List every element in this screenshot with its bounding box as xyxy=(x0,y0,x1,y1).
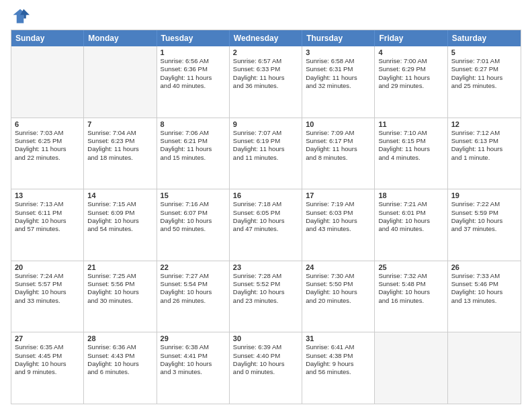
cell-info-line: Daylight: 11 hours xyxy=(451,145,517,153)
cell-info-line: Sunrise: 6:35 AM xyxy=(15,343,80,351)
cell-info-line: Sunset: 6:29 PM xyxy=(378,65,443,73)
calendar-cell: 9Sunrise: 7:07 AMSunset: 6:19 PMDaylight… xyxy=(230,118,302,189)
weekday-header-tuesday: Tuesday xyxy=(157,30,230,46)
cell-info-line: and 32 minutes. xyxy=(306,82,371,90)
cell-info-line: and 36 minutes. xyxy=(233,82,298,90)
cell-info-line: Sunset: 6:36 PM xyxy=(161,65,226,73)
cell-info-line: Sunrise: 7:07 AM xyxy=(233,129,298,137)
cell-info-line: Sunrise: 6:36 AM xyxy=(87,343,152,351)
day-number: 3 xyxy=(306,48,371,56)
cell-info-line: Daylight: 10 hours xyxy=(451,217,517,225)
cell-info-line: Sunset: 6:23 PM xyxy=(87,137,152,145)
cell-info-line: and 57 minutes. xyxy=(15,225,80,233)
cell-info-line: Sunset: 6:19 PM xyxy=(233,137,298,145)
day-number: 2 xyxy=(233,48,298,56)
cell-info-line: Sunset: 6:33 PM xyxy=(233,65,298,73)
cell-info-line: Sunset: 5:48 PM xyxy=(378,280,443,288)
calendar-cell: 22Sunrise: 7:27 AMSunset: 5:54 PMDayligh… xyxy=(157,261,230,332)
calendar-cell: 6Sunrise: 7:03 AMSunset: 6:25 PMDaylight… xyxy=(11,118,84,189)
calendar-cell: 10Sunrise: 7:09 AMSunset: 6:17 PMDayligh… xyxy=(302,118,375,189)
cell-info-line: and 23 minutes. xyxy=(233,297,298,305)
day-number: 12 xyxy=(451,120,517,128)
cell-info-line: Daylight: 11 hours xyxy=(161,145,226,153)
weekday-header-thursday: Thursday xyxy=(302,30,375,46)
cell-info-line: Sunrise: 7:25 AM xyxy=(87,272,152,280)
cell-info-line: Sunset: 5:59 PM xyxy=(451,209,517,217)
cell-info-line: and 1 minute. xyxy=(451,154,517,162)
cell-info-line: Daylight: 10 hours xyxy=(451,288,517,296)
calendar-body: 1Sunrise: 6:56 AMSunset: 6:36 PMDaylight… xyxy=(11,46,521,404)
day-number: 22 xyxy=(161,263,226,271)
cell-info-line: Sunset: 6:05 PM xyxy=(233,209,298,217)
cell-info-line: Sunrise: 7:16 AM xyxy=(161,200,226,208)
day-number: 26 xyxy=(451,263,517,271)
cell-info-line: and 15 minutes. xyxy=(161,154,226,162)
cell-info-line: and 9 minutes. xyxy=(15,368,80,376)
cell-info-line: and 6 minutes. xyxy=(87,368,152,376)
cell-info-line: Sunrise: 7:15 AM xyxy=(87,200,152,208)
cell-info-line: Daylight: 10 hours xyxy=(161,288,226,296)
cell-info-line: Sunset: 6:17 PM xyxy=(306,137,371,145)
cell-info-line: Daylight: 10 hours xyxy=(233,217,298,225)
cell-info-line: and 40 minutes. xyxy=(378,225,443,233)
day-number: 17 xyxy=(306,191,371,199)
cell-info-line: and 11 minutes. xyxy=(233,154,298,162)
cell-info-line: Daylight: 11 hours xyxy=(378,74,443,82)
cell-info-line: Sunrise: 6:56 AM xyxy=(161,57,226,65)
cell-info-line: Daylight: 11 hours xyxy=(233,145,298,153)
cell-info-line: Daylight: 11 hours xyxy=(306,145,371,153)
calendar-cell: 20Sunrise: 7:24 AMSunset: 5:57 PMDayligh… xyxy=(11,261,84,332)
cell-info-line: Sunrise: 6:38 AM xyxy=(161,343,226,351)
calendar-cell: 5Sunrise: 7:01 AMSunset: 6:27 PMDaylight… xyxy=(448,46,521,118)
cell-info-line: Sunset: 6:09 PM xyxy=(87,209,152,217)
calendar-cell: 14Sunrise: 7:15 AMSunset: 6:09 PMDayligh… xyxy=(84,189,157,261)
cell-info-line: Daylight: 11 hours xyxy=(15,145,80,153)
cell-info-line: Sunset: 6:07 PM xyxy=(161,209,226,217)
cell-info-line: Daylight: 11 hours xyxy=(451,74,517,82)
calendar-header: SundayMondayTuesdayWednesdayThursdayFrid… xyxy=(11,30,521,46)
cell-info-line: Sunset: 5:50 PM xyxy=(306,280,371,288)
cell-info-line: Sunrise: 7:10 AM xyxy=(378,129,443,137)
cell-info-line: Daylight: 10 hours xyxy=(87,217,152,225)
cell-info-line: and 40 minutes. xyxy=(161,82,226,90)
calendar-cell: 30Sunrise: 6:39 AMSunset: 4:40 PMDayligh… xyxy=(230,332,302,404)
cell-info-line: and 25 minutes. xyxy=(451,82,517,90)
calendar-cell: 3Sunrise: 6:58 AMSunset: 6:31 PMDaylight… xyxy=(302,46,375,118)
cell-info-line: Daylight: 11 hours xyxy=(306,74,371,82)
day-number: 9 xyxy=(233,120,298,128)
day-number: 6 xyxy=(15,120,80,128)
cell-info-line: Sunset: 6:03 PM xyxy=(306,209,371,217)
cell-info-line: Daylight: 11 hours xyxy=(161,74,226,82)
calendar-cell: 28Sunrise: 6:36 AMSunset: 4:43 PMDayligh… xyxy=(84,332,157,404)
calendar-cell xyxy=(375,332,447,404)
calendar-cell: 17Sunrise: 7:19 AMSunset: 6:03 PMDayligh… xyxy=(302,189,375,261)
day-number: 25 xyxy=(378,263,443,271)
cell-info-line: and 20 minutes. xyxy=(306,297,371,305)
cell-info-line: and 56 minutes. xyxy=(306,368,371,376)
day-number: 27 xyxy=(15,334,80,342)
cell-info-line: Sunrise: 7:01 AM xyxy=(451,57,517,65)
cell-info-line: and 18 minutes. xyxy=(87,154,152,162)
cell-info-line: Sunrise: 7:32 AM xyxy=(378,272,443,280)
cell-info-line: Daylight: 10 hours xyxy=(15,360,80,368)
logo-icon xyxy=(11,7,30,26)
cell-info-line: and 29 minutes. xyxy=(378,82,443,90)
calendar-cell: 24Sunrise: 7:30 AMSunset: 5:50 PMDayligh… xyxy=(302,261,375,332)
day-number: 31 xyxy=(306,334,371,342)
cell-info-line: Sunrise: 7:04 AM xyxy=(87,129,152,137)
day-number: 13 xyxy=(15,191,80,199)
cell-info-line: and 43 minutes. xyxy=(306,225,371,233)
cell-info-line: Daylight: 10 hours xyxy=(306,217,371,225)
calendar-cell: 1Sunrise: 6:56 AMSunset: 6:36 PMDaylight… xyxy=(157,46,230,118)
cell-info-line: Sunset: 4:40 PM xyxy=(233,352,298,360)
cell-info-line: Sunrise: 7:06 AM xyxy=(161,129,226,137)
cell-info-line: Daylight: 10 hours xyxy=(87,288,152,296)
calendar-cell: 8Sunrise: 7:06 AMSunset: 6:21 PMDaylight… xyxy=(157,118,230,189)
cell-info-line: Daylight: 10 hours xyxy=(306,288,371,296)
cell-info-line: Daylight: 10 hours xyxy=(161,360,226,368)
cell-info-line: Daylight: 11 hours xyxy=(233,74,298,82)
day-number: 15 xyxy=(161,191,226,199)
cell-info-line: Sunset: 4:43 PM xyxy=(87,352,152,360)
calendar-cell: 16Sunrise: 7:18 AMSunset: 6:05 PMDayligh… xyxy=(230,189,302,261)
cell-info-line: Sunrise: 7:21 AM xyxy=(378,200,443,208)
